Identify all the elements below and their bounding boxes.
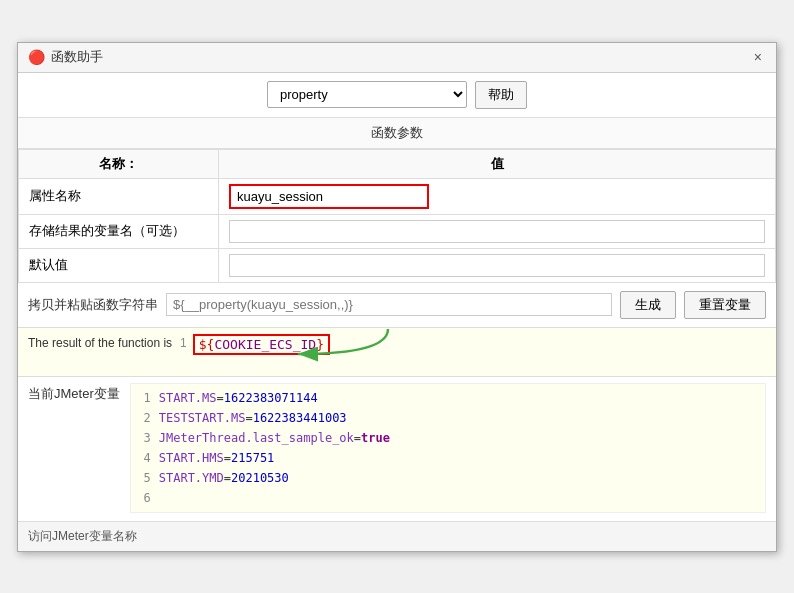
app-icon: 🔴	[28, 49, 45, 65]
jmeter-lines: 1 START.MS=1622383071144 2 TESTSTART.MS=…	[130, 383, 766, 513]
line-num-1: 1	[137, 391, 151, 405]
result-row: The result of the function is 1 ${COOKIE…	[18, 328, 776, 376]
param-value-input-0[interactable]	[229, 184, 429, 209]
table-row: 存储结果的变量名（可选）	[19, 214, 776, 248]
line-num-4: 4	[137, 451, 151, 465]
param-value-input-1[interactable]	[229, 220, 765, 243]
param-value-input-2[interactable]	[229, 254, 765, 277]
param-name-1: 存储结果的变量名（可选）	[19, 214, 219, 248]
jmeter-line-4: 4 START.HMS=215751	[137, 448, 759, 468]
result-label: The result of the function is	[28, 334, 180, 350]
jmeter-key-1: START.MS	[159, 391, 217, 405]
jmeter-line-5: 5 START.YMD=20210530	[137, 468, 759, 488]
jmeter-content: 当前JMeter变量 1 START.MS=1622383071144 2 TE…	[18, 383, 776, 521]
copy-paste-input[interactable]	[166, 293, 612, 316]
title-bar-text: 函数助手	[51, 48, 103, 66]
section-title: 函数参数	[18, 118, 776, 149]
result-value: ${COOKIE_ECS_ID}	[199, 337, 324, 352]
col-header-value: 值	[219, 149, 776, 178]
jmeter-val-1: 1622383071144	[224, 391, 318, 405]
jmeter-line-2: 2 TESTSTART.MS=1622383441003	[137, 408, 759, 428]
line-num-3: 3	[137, 431, 151, 445]
param-name-2: 默认值	[19, 248, 219, 282]
jmeter-key-2: TESTSTART.MS	[159, 411, 246, 425]
result-content: COOKIE_ECS_ID	[214, 337, 316, 352]
jmeter-val-5: 20210530	[231, 471, 289, 485]
col-header-name: 名称：	[19, 149, 219, 178]
param-value-1	[219, 214, 776, 248]
line-num-5: 5	[137, 471, 151, 485]
copy-paste-section: 拷贝并粘贴函数字符串 生成 重置变量	[18, 283, 776, 328]
result-dollar: ${	[199, 337, 215, 352]
jmeter-line-6: 6	[137, 488, 759, 508]
table-row: 默认值	[19, 248, 776, 282]
reset-button[interactable]: 重置变量	[684, 291, 766, 319]
params-table: 名称： 值 属性名称 存储结果的变量名（可选） 默认值	[18, 149, 776, 283]
help-button[interactable]: 帮助	[475, 81, 527, 109]
bottom-bar-text: 访问JMeter变量名称	[28, 529, 137, 543]
toolbar: property 帮助	[18, 73, 776, 118]
jmeter-key-5: START.YMD	[159, 471, 224, 485]
param-value-0	[219, 178, 776, 214]
jmeter-val-3: true	[361, 431, 390, 445]
jmeter-val-4: 215751	[231, 451, 274, 465]
title-bar-left: 🔴 函数助手	[28, 48, 103, 66]
result-line-number: 1	[180, 334, 187, 350]
jmeter-key-3: JMeterThread.last_sample_ok	[159, 431, 354, 445]
jmeter-line-1: 1 START.MS=1622383071144	[137, 388, 759, 408]
close-button[interactable]: ×	[750, 49, 766, 65]
param-name-0: 属性名称	[19, 178, 219, 214]
line-num-2: 2	[137, 411, 151, 425]
line-num-6: 6	[137, 491, 151, 505]
table-row: 属性名称	[19, 178, 776, 214]
function-dropdown[interactable]: property	[267, 81, 467, 108]
jmeter-val-2: 1622383441003	[253, 411, 347, 425]
param-value-2	[219, 248, 776, 282]
jmeter-label: 当前JMeter变量	[28, 383, 130, 513]
jmeter-section: 当前JMeter变量 1 START.MS=1622383071144 2 TE…	[18, 377, 776, 521]
jmeter-key-4: START.HMS	[159, 451, 224, 465]
title-bar: 🔴 函数助手 ×	[18, 43, 776, 73]
result-close: }	[316, 337, 324, 352]
bottom-bar: 访问JMeter变量名称	[18, 521, 776, 551]
result-value-box: ${COOKIE_ECS_ID}	[193, 334, 330, 355]
result-section: The result of the function is 1 ${COOKIE…	[18, 328, 776, 377]
copy-paste-label: 拷贝并粘贴函数字符串	[28, 296, 158, 314]
main-window: 🔴 函数助手 × property 帮助 函数参数 名称： 值 属性名称	[17, 42, 777, 552]
generate-button[interactable]: 生成	[620, 291, 676, 319]
jmeter-line-3: 3 JMeterThread.last_sample_ok=true	[137, 428, 759, 448]
